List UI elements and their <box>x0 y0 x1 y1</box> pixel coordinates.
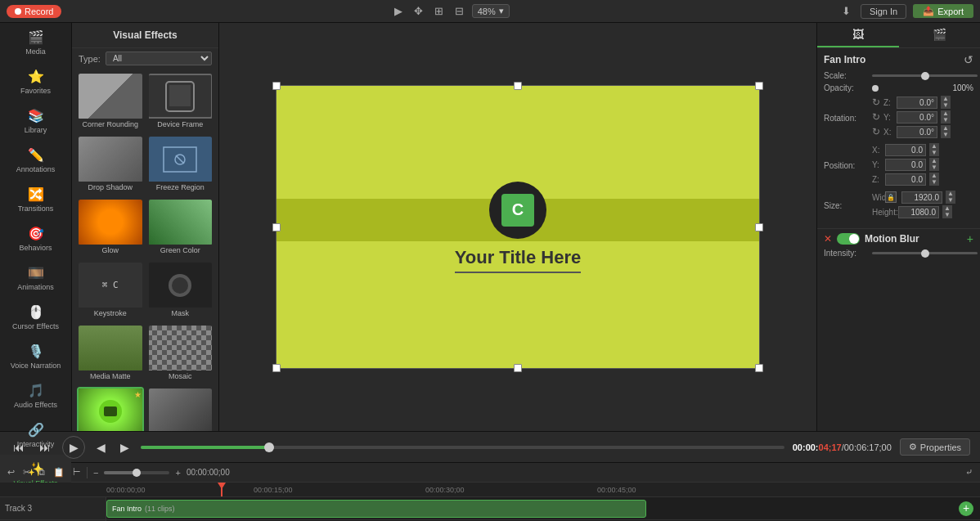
grid-tool-icon[interactable]: ⊟ <box>452 3 467 19</box>
effect-drop-shadow[interactable]: Drop Shadow <box>77 135 144 195</box>
sidebar-item-favorites[interactable]: ⭐ Favorites <box>0 62 71 101</box>
sidebar-item-audio-effects[interactable]: 🎵 Audio Effects <box>0 376 71 415</box>
copy-button[interactable]: ⧉ <box>36 465 47 479</box>
rotation-y-input[interactable] <box>897 111 937 124</box>
resize-handle-tc[interactable] <box>514 82 522 90</box>
fan-intro-reset-icon[interactable]: ↺ <box>964 53 973 66</box>
pos-y-down[interactable]: ▼ <box>929 164 939 171</box>
width-down[interactable]: ▼ <box>946 197 955 204</box>
resize-handle-tr[interactable] <box>755 82 763 90</box>
undo-button[interactable]: ↩ <box>5 465 17 479</box>
sidebar-item-animations[interactable]: 🎞️ Animations <box>0 258 71 298</box>
preview-logo-inner: C <box>501 194 534 227</box>
step-back-button[interactable]: ⏭ <box>36 438 54 457</box>
paste-button[interactable]: 📋 <box>51 465 67 479</box>
zoom-slider-fill <box>104 471 137 474</box>
position-row: Position: X: ▲ ▼ Y: ▲ <box>824 143 973 187</box>
rewind-button[interactable]: ⏮ <box>10 438 28 457</box>
zoom-slider-knob[interactable] <box>133 469 141 477</box>
scale-slider[interactable] <box>872 74 978 77</box>
position-x-input[interactable] <box>885 144 926 156</box>
sign-in-button[interactable]: Sign In <box>861 4 906 19</box>
effect-freeze-region[interactable]: Freeze Region <box>147 135 214 195</box>
export-frame-button[interactable]: ⤶ <box>963 465 975 479</box>
effect-keystroke[interactable]: ⌘ C Keystroke <box>77 261 144 321</box>
width-input[interactable] <box>901 191 942 204</box>
sidebar-item-cursor-effects[interactable]: 🖱️ Cursor Effects <box>0 298 71 337</box>
download-icon[interactable]: ⬇ <box>838 3 854 19</box>
resize-handle-tl[interactable] <box>272 82 281 90</box>
progress-bar[interactable] <box>141 446 784 449</box>
time-mark-0: 00:00:00;00 <box>106 486 146 494</box>
position-z-input[interactable] <box>885 173 926 186</box>
height-down[interactable]: ▼ <box>942 212 952 218</box>
zoom-control[interactable]: 48% ▾ <box>472 4 510 18</box>
effect-corner-rounding[interactable]: Corner Rounding <box>77 72 144 132</box>
add-track-button[interactable]: + <box>959 501 973 516</box>
pos-x-down[interactable]: ▼ <box>929 150 939 156</box>
playhead-triangle <box>218 483 226 489</box>
tab-image[interactable]: 🖼 <box>817 23 899 47</box>
rotation-y-down[interactable]: ▼ <box>941 117 951 124</box>
resize-handle-mr[interactable] <box>755 223 763 231</box>
rotation-z-input[interactable] <box>897 97 937 109</box>
effect-mosaic[interactable]: Mosaic <box>147 324 214 384</box>
resize-handle-ml[interactable] <box>272 223 281 231</box>
rotation-x-input[interactable] <box>897 126 937 138</box>
timeline-body: 00:00:00;00 00:00:15;00 00:00:30;00 00:0… <box>0 483 980 521</box>
crop-tool-icon[interactable]: ⊞ <box>431 3 447 19</box>
redo-button[interactable]: ✂ <box>20 465 33 479</box>
effect-outline-edges[interactable]: Outline Edges <box>147 387 214 431</box>
pos-z-down[interactable]: ▼ <box>929 179 939 186</box>
motion-blur-toggle-switch[interactable] <box>837 233 860 245</box>
effects-type-select[interactable]: All <box>106 52 212 65</box>
effect-name-freeze-region: Freeze Region <box>156 182 205 193</box>
height-input[interactable] <box>898 206 939 218</box>
effect-green-color[interactable]: Green Color <box>147 198 214 258</box>
tab-video[interactable]: 🎬 <box>899 23 981 47</box>
effect-mask[interactable]: Mask <box>147 261 214 321</box>
rotation-z-down[interactable]: ▼ <box>941 102 951 109</box>
intensity-slider[interactable] <box>872 252 978 254</box>
height-arrows: ▲ ▼ <box>942 205 952 218</box>
export-button[interactable]: 📤 Export <box>913 4 973 18</box>
effect-glow[interactable]: Glow <box>77 198 144 258</box>
plus-button[interactable]: + <box>173 466 182 479</box>
gear-icon: ⚙ <box>909 442 917 452</box>
resize-handle-br[interactable] <box>755 364 763 372</box>
rotation-z-label: Z: <box>883 98 893 107</box>
progress-knob[interactable] <box>264 442 274 452</box>
sidebar-item-behaviors[interactable]: 🎯 Behaviors <box>0 219 71 258</box>
sidebar-item-library[interactable]: 📚 Library <box>0 101 71 141</box>
record-button[interactable]: Record <box>7 5 61 18</box>
sidebar-item-transitions[interactable]: 🔀 Transitions <box>0 180 71 219</box>
cursor-tool-icon[interactable]: ▶ <box>391 3 406 19</box>
effect-media-matte[interactable]: Media Matte <box>77 324 144 384</box>
move-tool-icon[interactable]: ✥ <box>411 3 426 19</box>
position-z-row: Z: ▲ ▼ <box>872 173 973 186</box>
split-button[interactable]: ⊢ <box>70 465 83 479</box>
effect-device-frame[interactable]: Device Frame <box>147 72 214 132</box>
position-z-axis-label: Z: <box>872 175 882 184</box>
preview-frame[interactable]: C Your Title Here <box>276 85 760 369</box>
resize-handle-bl[interactable] <box>272 364 281 372</box>
resize-handle-bc[interactable] <box>514 364 522 372</box>
motion-blur-close-icon[interactable]: ✕ <box>824 233 832 245</box>
prev-frame-button[interactable]: ◀ <box>93 438 109 457</box>
properties-button[interactable]: ⚙ Properties <box>900 438 970 456</box>
sidebar-item-annotations[interactable]: ✏️ Annotations <box>0 141 71 180</box>
zoom-slider-container[interactable] <box>104 471 169 474</box>
width-lock-icon[interactable]: 🔒 <box>885 191 897 203</box>
position-y-input[interactable] <box>885 159 926 171</box>
minus-button[interactable]: − <box>91 466 101 479</box>
play-button[interactable]: ▶ <box>62 436 85 459</box>
effect-motion-blur[interactable]: ★ Motion Blur <box>77 387 144 431</box>
motion-blur-add-button[interactable]: + <box>967 232 973 245</box>
next-frame-button[interactable]: ▶ <box>117 438 133 457</box>
sidebar-item-voice-narration[interactable]: 🎙️ Voice Narration <box>0 337 71 376</box>
track-clip-fan-intro[interactable]: Fan Intro (11 clips) <box>106 500 646 518</box>
track-content-3[interactable]: Fan Intro (11 clips) + <box>106 497 980 519</box>
rotation-x-down[interactable]: ▼ <box>941 132 951 138</box>
sidebar-item-media[interactable]: 🎬 Media <box>0 23 71 62</box>
position-x-arrows: ▲ ▼ <box>929 143 939 156</box>
